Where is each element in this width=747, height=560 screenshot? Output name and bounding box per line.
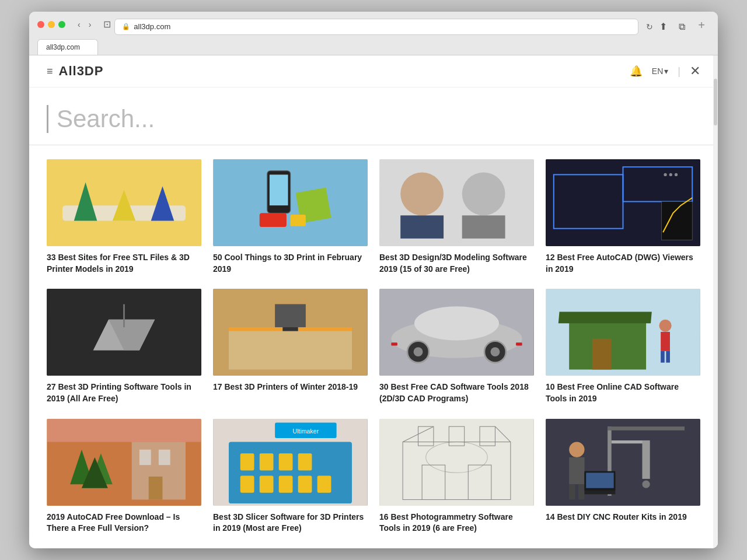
article-thumbnail: [379, 159, 534, 246]
article-title: 27 Best 3D Printing Software Tools in 20…: [47, 382, 201, 404]
article-card[interactable]: 12 Best Free AutoCAD (DWG) Viewers in 20…: [546, 159, 700, 275]
svg-point-20: [664, 173, 666, 176]
article-title: Best 3D Design/3D Modeling Software 2019…: [379, 252, 534, 275]
svg-rect-65: [279, 453, 293, 470]
svg-rect-66: [298, 453, 312, 470]
article-title: 17 Best 3D Printers of Winter 2018-19: [213, 382, 368, 393]
hamburger-button[interactable]: ≡: [47, 65, 53, 78]
reload-button[interactable]: ↻: [643, 21, 656, 33]
forward-button[interactable]: ›: [86, 19, 95, 30]
svg-rect-55: [139, 449, 151, 464]
svg-rect-45: [592, 339, 612, 370]
svg-rect-40: [391, 343, 397, 346]
article-title: 30 Best Free CAD Software Tools 2018 (2D…: [379, 382, 534, 404]
article-card[interactable]: 50 Cool Things to 3D Print in February 2…: [213, 159, 368, 275]
article-title: 12 Best Free AutoCAD (DWG) Viewers in 20…: [546, 252, 700, 275]
traffic-lights: [37, 21, 65, 28]
new-tab-button[interactable]: +: [693, 19, 710, 32]
close-traffic-light[interactable]: [37, 21, 44, 28]
search-close-button[interactable]: ✕: [690, 64, 700, 79]
page-content: ≡ All3DP 🔔 EN ▾ | ✕: [29, 55, 718, 548]
article-title: 14 Best DIY CNC Router Kits in 2019: [546, 512, 700, 523]
svg-rect-67: [240, 475, 254, 492]
browser-chrome: ‹ › ⊡ 🔒 all3dp.com ↻ ⬆ ⧉ + all3dp.com: [29, 12, 718, 55]
svg-rect-68: [260, 475, 274, 492]
article-card[interactable]: 2019 AutoCAD Free Download – Is There a …: [47, 419, 201, 534]
article-card[interactable]: 27 Best 3D Printing Software Tools in 20…: [47, 289, 201, 404]
svg-rect-41: [516, 343, 522, 346]
svg-rect-14: [400, 215, 444, 239]
minimize-traffic-light[interactable]: [48, 21, 55, 28]
svg-rect-19: [661, 202, 692, 240]
lang-label: EN: [652, 66, 663, 76]
article-card[interactable]: 14 Best DIY CNC Router Kits in 2019: [546, 419, 700, 534]
svg-rect-47: [661, 332, 670, 351]
tab-title: all3dp.com: [46, 43, 80, 51]
svg-text:Ultimaker: Ultimaker: [293, 428, 319, 435]
article-title: 2019 AutoCAD Free Download – Is There a …: [47, 512, 201, 534]
svg-rect-48: [661, 351, 665, 363]
svg-point-12: [400, 173, 444, 216]
share-button[interactable]: ⬆: [656, 20, 671, 33]
article-thumbnail: [379, 289, 534, 376]
app-header: ≡ All3DP 🔔 EN ▾ | ✕: [29, 55, 718, 88]
svg-point-13: [462, 173, 505, 216]
address-bar[interactable]: 🔒 all3dp.com: [114, 19, 638, 35]
article-thumbnail: [546, 289, 700, 376]
svg-rect-64: [260, 453, 274, 470]
article-title: 33 Best Sites for Free STL Files & 3D Pr…: [47, 252, 201, 275]
article-card[interactable]: 30 Best Free CAD Software Tools 2018 (2D…: [379, 289, 534, 404]
tabs-button[interactable]: ⧉: [675, 20, 689, 33]
svg-rect-56: [159, 449, 170, 464]
article-card[interactable]: Best 3D Design/3D Modeling Software 2019…: [379, 159, 534, 275]
article-thumbnail: [47, 159, 201, 246]
language-selector[interactable]: EN ▾: [652, 66, 668, 76]
browser-window: ‹ › ⊡ 🔒 all3dp.com ↻ ⬆ ⧉ + all3dp.com: [29, 12, 718, 548]
lang-arrow: ▾: [664, 66, 668, 76]
article-thumbnail: [47, 289, 201, 376]
svg-point-38: [414, 348, 423, 357]
svg-point-94: [642, 480, 650, 488]
notification-button[interactable]: 🔔: [630, 65, 643, 78]
article-thumbnail: [213, 159, 368, 246]
svg-rect-87: [569, 484, 575, 499]
header-divider: |: [678, 65, 680, 78]
svg-rect-88: [578, 484, 585, 499]
svg-rect-44: [558, 312, 652, 324]
svg-point-35: [414, 307, 499, 341]
svg-rect-57: [149, 477, 163, 500]
search-input[interactable]: [57, 105, 700, 133]
sidebar-button[interactable]: ⊡: [100, 18, 114, 31]
active-tab[interactable]: all3dp.com: [37, 39, 98, 55]
articles-grid: 33 Best Sites for Free STL Files & 3D Pr…: [29, 145, 718, 548]
article-thumbnail: [379, 419, 534, 506]
article-title: 10 Best Free Online CAD Software Tools i…: [546, 382, 700, 404]
svg-rect-9: [260, 213, 287, 227]
article-thumbnail: [546, 419, 700, 506]
article-title: 50 Cool Things to 3D Print in February 2…: [213, 252, 368, 275]
svg-point-46: [659, 320, 671, 332]
url-text: all3dp.com: [134, 22, 170, 31]
svg-rect-15: [462, 215, 505, 239]
svg-rect-69: [279, 475, 293, 492]
article-card[interactable]: 17 Best 3D Printers of Winter 2018-19: [213, 289, 368, 404]
svg-rect-86: [569, 457, 584, 484]
article-title: 16 Best Photogrammetry Software Tools in…: [379, 512, 534, 534]
svg-rect-71: [317, 475, 331, 492]
svg-rect-58: [47, 419, 201, 442]
svg-rect-62: [229, 442, 352, 503]
article-thumbnail: [546, 159, 700, 246]
svg-rect-63: [240, 453, 254, 470]
article-card[interactable]: Ultimaker Best 3D Slicer Software for 3D…: [213, 419, 368, 534]
article-card[interactable]: 33 Best Sites for Free STL Files & 3D Pr…: [47, 159, 201, 275]
svg-point-39: [491, 348, 500, 357]
back-button[interactable]: ‹: [75, 19, 83, 30]
lock-icon: 🔒: [122, 23, 130, 30]
scrollbar[interactable]: [713, 55, 718, 548]
search-area: [29, 88, 718, 145]
search-input-wrapper: [47, 105, 700, 133]
article-card[interactable]: 10 Best Free Online CAD Software Tools i…: [546, 289, 700, 404]
article-card[interactable]: 16 Best Photogrammetry Software Tools in…: [379, 419, 534, 534]
fullscreen-traffic-light[interactable]: [58, 21, 65, 28]
svg-rect-10: [291, 215, 306, 226]
